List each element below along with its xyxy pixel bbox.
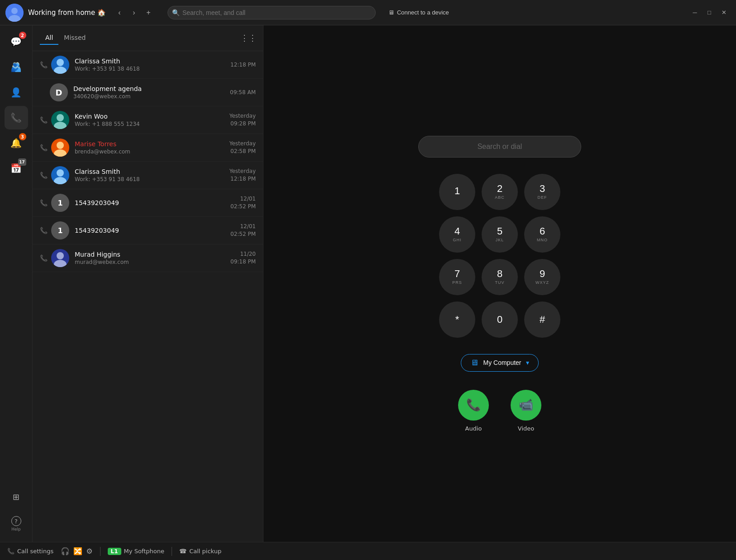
sidebar-item-contacts[interactable]: 👤 <box>5 81 28 104</box>
avatar: D <box>50 83 68 101</box>
calls-icon: 📞 <box>10 112 22 123</box>
call-item-name: Development agenda <box>73 85 230 92</box>
call-settings-label: Call settings <box>17 548 53 555</box>
statusbar: 📞 Call settings 🎧 🔀 ⚙ L1 My Softphone ☎ … <box>0 542 736 560</box>
call-item-time: 12:18 PM <box>230 62 256 68</box>
call-item-sub: 340620@webex.com <box>73 93 230 100</box>
sidebar-item-help[interactable]: ? Help <box>5 512 28 536</box>
list-item[interactable]: 📞 Marise Torres brenda@webex.com Yesterd… <box>33 134 263 162</box>
call-item-sub: murad@webex.com <box>75 259 230 265</box>
device-selector-button[interactable]: 🖥 My Computer ▾ <box>461 354 538 372</box>
headset-icon: 🎧 <box>61 547 70 555</box>
call-item-time: Yesterday02:58 PM <box>229 140 256 155</box>
dial-key-0[interactable]: 0 <box>482 302 518 338</box>
list-item[interactable]: 📞 Clarissa Smith Work: +353 91 38 4618 Y… <box>33 162 263 189</box>
call-settings-item[interactable]: 📞 Call settings <box>7 548 53 555</box>
sidebar-bottom: ⊞ ? Help <box>5 485 28 537</box>
call-item-name: Marise Torres <box>75 140 229 148</box>
call-item-time: 12/0102:52 PM <box>230 223 256 238</box>
statusbar-divider-2 <box>172 547 172 556</box>
workspace-title: Working from home 🏠 <box>28 9 106 17</box>
call-panel-header: All Missed ⋮⋮ <box>33 25 263 51</box>
chevron-down-icon: ▾ <box>526 359 529 366</box>
teams-icon: 🫂 <box>10 62 22 72</box>
softphone-label: My Softphone <box>124 548 164 555</box>
window-controls: ─ □ ✕ <box>688 6 731 19</box>
svg-point-3 <box>57 59 64 66</box>
dial-key-4[interactable]: 4 GHI <box>439 216 475 253</box>
call-item-name: Kevin Woo <box>75 113 229 120</box>
search-icon: 🔍 <box>172 9 180 16</box>
activity-badge: 3 <box>19 133 26 140</box>
navigation-buttons: ‹ › + <box>113 6 155 19</box>
call-panel: All Missed ⋮⋮ 📞 Clarissa Smith Work: +35… <box>33 25 263 542</box>
call-item-time: 09:58 AM <box>230 89 256 96</box>
tab-all[interactable]: All <box>40 31 58 45</box>
dial-key-6[interactable]: 6 MNO <box>524 216 560 253</box>
calendar-badge: 17 <box>18 158 26 166</box>
device-label: My Computer <box>483 359 521 366</box>
user-avatar[interactable] <box>5 4 24 22</box>
video-call-button[interactable]: 📹 <box>511 390 541 421</box>
tab-missed[interactable]: Missed <box>58 31 91 45</box>
dial-key-5[interactable]: 5 JKL <box>482 216 518 253</box>
nav-add-button[interactable]: + <box>142 6 155 19</box>
list-item[interactable]: 📞 Murad Higgins murad@webex.com 11/2009:… <box>33 244 263 272</box>
global-search-input[interactable] <box>167 6 376 19</box>
call-item-name: Clarissa Smith <box>75 168 229 175</box>
search-dial-input[interactable] <box>418 136 581 158</box>
avatar: 1 <box>51 221 69 239</box>
audio-label: Audio <box>465 425 482 432</box>
dialer-panel: 1 2 ABC 3 DEF 4 GHI 5 JKL 6 MNO <box>263 25 736 542</box>
nav-back-button[interactable]: ‹ <box>113 6 126 19</box>
dial-key-9[interactable]: 9 WXYZ <box>524 259 560 295</box>
audio-call-button[interactable]: 📞 <box>458 390 489 421</box>
call-pickup-item[interactable]: ☎ Call pickup <box>179 548 221 555</box>
svg-point-1 <box>11 8 18 14</box>
sidebar-item-apps[interactable]: ⊞ <box>5 485 28 508</box>
connect-device-button[interactable]: 🖥 Connect to a device <box>385 7 453 18</box>
call-actions: 📞 Audio 📹 Video <box>458 390 541 432</box>
dial-key-hash[interactable]: # <box>524 302 560 338</box>
avatar <box>51 249 69 267</box>
call-status-icon: 📞 <box>40 61 48 68</box>
list-item[interactable]: D Development agenda 340620@webex.com 09… <box>33 79 263 106</box>
list-item[interactable]: 📞 1 15439203049 12/0102:52 PM <box>33 217 263 244</box>
sidebar-item-chat[interactable]: 💬 2 <box>5 30 28 53</box>
transfer-icon: 🔀 <box>73 547 82 555</box>
dialpad: 1 2 ABC 3 DEF 4 GHI 5 JKL 6 MNO <box>439 174 560 338</box>
call-panel-more-button[interactable]: ⋮⋮ <box>241 31 256 45</box>
call-item-sub: Work: +1 888 555 1234 <box>75 121 229 127</box>
maximize-button[interactable]: □ <box>703 6 716 19</box>
sidebar-item-calls[interactable]: 📞 <box>5 106 28 129</box>
call-pickup-icon: ☎ <box>179 548 186 555</box>
nav-forward-button[interactable]: › <box>128 6 140 19</box>
sidebar-item-activity[interactable]: 🔔 3 <box>5 131 28 155</box>
dial-key-1[interactable]: 1 <box>439 174 475 210</box>
softphone-item[interactable]: L1 My Softphone <box>108 548 164 555</box>
list-item[interactable]: 📞 Kevin Woo Work: +1 888 555 1234 Yester… <box>33 106 263 134</box>
list-item[interactable]: 📞 1 15439203049 12/0102:52 PM <box>33 189 263 217</box>
call-status-icon: 📞 <box>40 172 48 179</box>
call-item-info: Clarissa Smith Work: +353 91 38 4618 <box>75 168 229 182</box>
sidebar-item-calendar[interactable]: 📅 17 <box>5 157 28 180</box>
dial-key-star[interactable]: * <box>439 302 475 338</box>
list-item[interactable]: 📞 Clarissa Smith Work: +353 91 38 4618 1… <box>33 51 263 79</box>
avatar <box>51 111 69 129</box>
close-button[interactable]: ✕ <box>717 6 731 19</box>
dial-key-8[interactable]: 8 TUV <box>482 259 518 295</box>
avatar <box>51 166 69 184</box>
softphone-badge: L1 <box>108 548 121 555</box>
call-item-time: 12/0102:52 PM <box>230 195 256 211</box>
call-item-info: Clarissa Smith Work: +353 91 38 4618 <box>75 57 230 72</box>
minimize-button[interactable]: ─ <box>688 6 702 19</box>
svg-point-9 <box>57 169 64 177</box>
dial-key-3[interactable]: 3 DEF <box>524 174 560 210</box>
merge-icon: ⚙ <box>86 547 92 555</box>
audio-call-action: 📞 Audio <box>458 390 489 432</box>
video-label: Video <box>518 425 534 432</box>
dial-key-7[interactable]: 7 PRS <box>439 259 475 295</box>
call-settings-icon: 📞 <box>7 548 14 555</box>
sidebar-item-teams[interactable]: 🫂 <box>5 55 28 79</box>
dial-key-2[interactable]: 2 ABC <box>482 174 518 210</box>
